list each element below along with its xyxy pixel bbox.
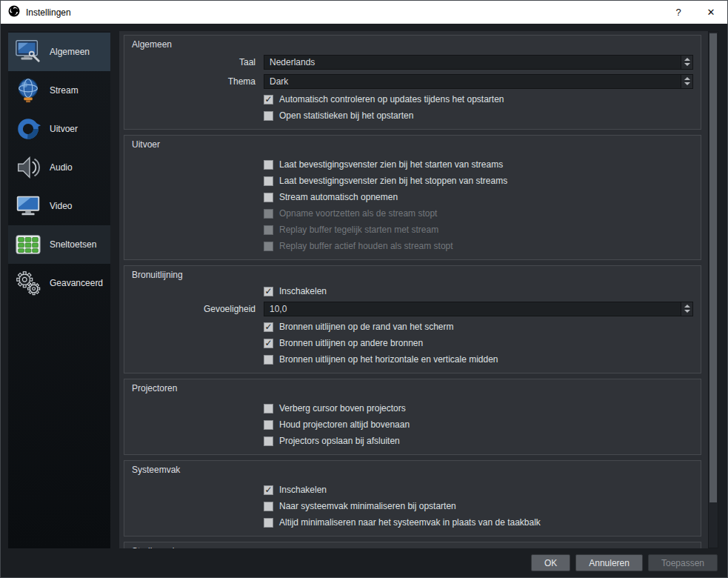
checkbox-row[interactable]: ✓ Bronnen uitlijnen op andere bronnen [264,335,693,351]
checkbox-row[interactable]: Laat bevestigingsvenster zien bij het st… [264,173,693,189]
checkbox[interactable] [264,160,273,170]
checkbox-row: Replay buffer tegelijk starten met strea… [264,222,693,238]
sensitivity-label: Gevoeligheid [130,304,264,314]
content-wrap: Algemeen Taal Nederlands Thema Dark [119,31,718,548]
checkbox[interactable]: ✓ [264,322,273,332]
checkbox-row[interactable]: Projectors opslaan bij afsluiten [264,433,693,449]
checkbox[interactable]: ✓ [264,485,273,495]
checkbox[interactable] [264,404,273,413]
checkbox [264,225,273,235]
checkbox-row[interactable]: ✓ Inschakelen [264,283,693,299]
group-title: Projectoren [130,382,693,396]
checkbox-label: Replay buffer tegelijk starten met strea… [279,225,438,235]
group-title: Systeemvak [130,463,693,478]
checkbox-label: Automatisch controleren op updates tijde… [279,94,504,104]
theme-combobox[interactable]: Dark [264,74,693,89]
sidebar-item-audio[interactable]: Audio [8,148,110,187]
group-algemeen: Algemeen Taal Nederlands Thema Dark [124,35,701,130]
titlebar-controls: ? ✕ [662,1,727,24]
checkbox-label: Naar systeemvak minimaliseren bij opstar… [279,501,456,511]
help-button[interactable]: ? [662,1,695,24]
cancel-button[interactable]: Annuleren [575,554,643,571]
sidebar-item-label: Audio [50,162,73,173]
keyboard-icon [13,230,43,259]
checkbox-row[interactable]: Naar systeemvak minimaliseren bij opstar… [264,498,693,514]
checkbox-label: Replay buffer actief houden als stream s… [279,241,453,251]
checkbox-label: Altijd minimaliseren naar het systeemvak… [279,517,541,528]
sidebar-item-sneltoetsen[interactable]: Sneltoetsen [8,225,110,264]
vertical-scrollbar[interactable] [708,31,718,548]
checkbox-row[interactable]: ✓ Inschakelen [264,482,693,498]
checkbox-label: Inschakelen [279,286,327,296]
checkbox [264,242,273,251]
combo-arrows-icon[interactable] [681,75,692,88]
sidebar-item-geavanceerd[interactable]: Geavanceerd [8,264,110,302]
ok-button[interactable]: OK [531,554,570,571]
sidebar-item-stream[interactable]: Stream [8,71,110,110]
combo-value: Nederlands [264,56,681,69]
checkbox[interactable] [264,502,273,511]
speaker-icon [13,153,43,182]
checkbox-label: Open statistieken bij het opstarten [279,110,413,121]
settings-content: Algemeen Taal Nederlands Thema Dark [119,31,708,548]
scrollbar-thumb[interactable] [709,33,717,502]
checkbox[interactable] [264,355,273,365]
group-projectoren: Projectoren Verberg cursor boven project… [124,379,701,455]
display-wrench-icon [13,37,43,67]
checkbox-label: Stream automatisch opnemen [279,192,398,202]
checkbox-label: Bronnen uitlijnen op de rand van het sch… [279,322,453,332]
group-systeemvak: Systeemvak ✓ Inschakelen Naar systeemvak… [124,460,701,537]
checkbox-row[interactable]: Houd projectoren altijd bovenaan [264,416,693,433]
checkbox-row[interactable]: Stream automatisch opnemen [264,189,693,205]
apply-button[interactable]: Toepassen [648,554,718,571]
language-label: Taal [130,57,264,67]
language-row: Taal Nederlands [130,53,693,71]
spin-value: 10,0 [264,302,681,316]
sidebar-item-label: Sneltoetsen [50,239,96,250]
sidebar-item-label: Uitvoer [50,124,78,134]
group-bronuitlijning: Bronuitlijning ✓ Inschakelen Gevoelighei… [124,265,701,373]
checkbox-row: Opname voortzetten als de stream stopt [264,205,693,222]
titlebar[interactable]: Instellingen ? ✕ [1,1,727,24]
checkbox-row[interactable]: Laat bevestigingsvenster zien bij het st… [264,156,693,173]
checkbox[interactable]: ✓ [264,95,273,104]
group-title: Algemeen [130,38,693,53]
sidebar-item-video[interactable]: Video [8,187,110,225]
language-combobox[interactable]: Nederlands [264,55,693,70]
monitor-icon [13,191,43,221]
checkbox[interactable] [264,111,273,121]
checkbox[interactable]: ✓ [264,287,273,296]
checkbox[interactable] [264,518,273,528]
checkbox[interactable] [264,176,273,186]
checkbox-label: Bronnen uitlijnen op het horizontale en … [279,354,498,365]
checkbox-label: Opname voortzetten als de stream stopt [279,208,437,219]
theme-label: Thema [130,76,264,87]
theme-row: Thema Dark [130,72,693,90]
group-title: Bronuitlijning [130,268,693,283]
checkbox-row[interactable]: Bronnen uitlijnen op het horizontale en … [264,351,693,368]
checkbox-row[interactable]: Altijd minimaliseren naar het systeemvak… [264,514,693,531]
window-body: Algemeen Stream [1,24,727,548]
checkbox-row[interactable]: ✓ Bronnen uitlijnen op de rand van het s… [264,319,693,335]
close-button[interactable]: ✕ [695,1,727,24]
gears-icon [13,268,43,298]
sensitivity-spinbox[interactable]: 10,0 [264,302,693,316]
globe-icon [13,76,43,105]
checkbox-row: Replay buffer actief houden als stream s… [264,238,693,254]
sidebar-item-label: Video [50,201,72,211]
settings-window: Instellingen ? ✕ [0,0,728,578]
checkbox[interactable] [264,193,273,202]
checkbox[interactable]: ✓ [264,339,273,348]
spin-arrows-icon[interactable] [681,302,692,316]
checkbox[interactable] [264,436,273,446]
sidebar-item-uitvoer[interactable]: Uitvoer [8,110,110,148]
sidebar-item-label: Geavanceerd [50,278,103,288]
checkbox-row[interactable]: Open statistieken bij het opstarten [264,107,693,124]
sidebar-item-algemeen[interactable]: Algemeen [8,33,110,71]
combo-arrows-icon[interactable] [681,56,692,69]
obs-logo-icon [8,5,20,19]
sidebar: Algemeen Stream [8,31,110,548]
checkbox-row[interactable]: Verberg cursor boven projectors [264,400,693,416]
checkbox-row[interactable]: ✓ Automatisch controleren op updates tij… [264,91,693,107]
checkbox[interactable] [264,420,273,430]
